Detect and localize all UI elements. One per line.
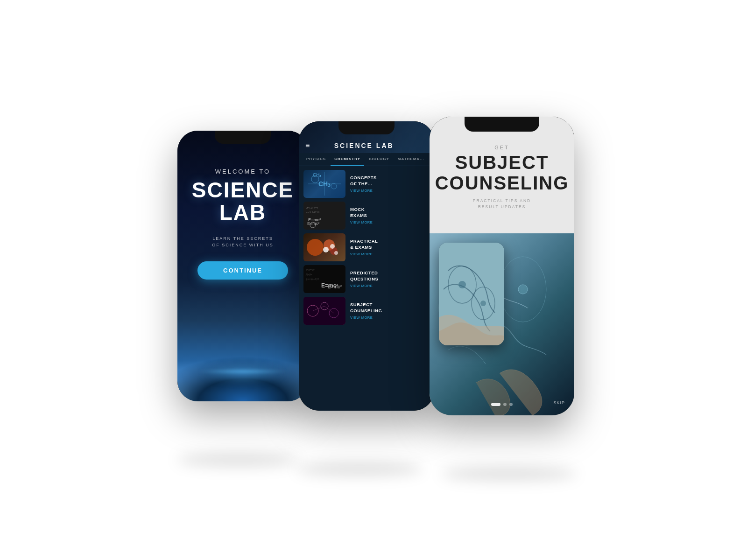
list-item-title: PREDICTEDQUESTIONS [350, 270, 430, 282]
svg-point-36 [480, 301, 486, 306]
svg-text:π=3.14159: π=3.14159 [306, 211, 320, 214]
phone-app-screen: ≡ SCIENCE LAB PHYSICS CHEMISTRY BIOLOGY … [299, 121, 434, 411]
dot-inactive [509, 403, 513, 406]
view-more-link[interactable]: VIEW MORE [350, 315, 430, 320]
list-item-info: MOCKEXAMS VIEW MORE [350, 207, 430, 224]
phone-counseling: GET SUBJECT COUNSELING PRACTICAL TIPS AN… [430, 117, 574, 415]
svg-text:E=mc²: E=mc² [308, 217, 321, 222]
list-item-title: SUBJECTCOUNSELING [350, 302, 430, 314]
svg-point-35 [458, 281, 466, 288]
svg-text:CH₃: CH₃ [313, 173, 321, 178]
welcome-label: WELCOME TO [215, 168, 270, 175]
counseling-image: SKIP [430, 233, 574, 415]
list-item: PRACTICAL& EXAMS VIEW MORE [303, 233, 430, 261]
list-item-title: CONCEPTSOF THE... [350, 175, 430, 187]
list-item-title: PRACTICAL& EXAMS [350, 238, 430, 250]
list-item-info: SUBJECTCOUNSELING VIEW MORE [350, 302, 430, 320]
pagination-dots [491, 403, 513, 406]
svg-point-10 [307, 239, 324, 256]
svg-text:∫f(x)dx: ∫f(x)dx [305, 273, 312, 276]
view-more-link[interactable]: VIEW MORE [350, 252, 430, 256]
phone-shadow-middle [296, 462, 423, 476]
svg-point-14 [330, 244, 335, 249]
svg-rect-5 [303, 202, 345, 230]
content-list: CH₃ CONCEPTSOF THE... VIEW MORE D²+1+4=f [299, 166, 434, 329]
svg-text:∑n=n(n+1)/2: ∑n=n(n+1)/2 [306, 278, 319, 280]
get-label: GET [435, 145, 569, 150]
svg-point-30 [518, 285, 528, 294]
phone-app: ≡ SCIENCE LAB PHYSICS CHEMISTRY BIOLOGY … [299, 121, 434, 411]
phone-shadow-left [177, 453, 299, 467]
tagline: LEARN THE SECRETS OF SCIENCE WITH US [212, 235, 274, 249]
view-more-link[interactable]: VIEW MORE [350, 189, 430, 193]
list-item-info: PRACTICAL& EXAMS VIEW MORE [350, 238, 430, 256]
svg-text:x²+y²=z²: x²+y²=z² [306, 268, 315, 271]
thumbnail-counseling [303, 297, 345, 325]
skip-button[interactable]: SKIP [553, 400, 565, 405]
welcome-content: WELCOME TO SCIENCE LAB LEARN THE SECRETS… [177, 131, 308, 401]
list-item: x²+y²=z² ∫f(x)dx ∑n=n(n+1)/2 E=mc² PREDI… [303, 265, 430, 293]
nested-phone-screen [439, 243, 504, 345]
tab-math[interactable]: MATHEMA... [394, 153, 428, 166]
view-more-link[interactable]: VIEW MORE [350, 284, 430, 288]
phone-shadow-right [441, 467, 577, 481]
svg-point-15 [334, 251, 338, 255]
app-title: SCIENCE LAB [310, 142, 418, 149]
continue-button[interactable]: CONTINUE [197, 261, 288, 280]
app-header: ≡ SCIENCE LAB [299, 121, 434, 153]
tab-chemistry[interactable]: CHEMISTRY [331, 153, 364, 166]
counseling-header: GET SUBJECT COUNSELING PRACTICAL TIPS AN… [430, 117, 574, 219]
list-item-info: PREDICTEDQUESTIONS VIEW MORE [350, 270, 430, 288]
thumbnail-questions: x²+y²=z² ∫f(x)dx ∑n=n(n+1)/2 E=mc² [303, 265, 345, 293]
svg-point-3 [331, 183, 337, 189]
tab-biology[interactable]: BIOLOGY [365, 153, 393, 166]
list-item: D²+1+4=f π=3.14159 E=mc² MOCKEXAMS VIEW … [303, 202, 430, 230]
svg-point-13 [323, 247, 329, 252]
counseling-title: SUBJECT COUNSELING [435, 152, 569, 193]
phones-showcase: WELCOME TO SCIENCE LAB LEARN THE SECRETS… [163, 70, 584, 490]
phone-welcome-screen: WELCOME TO SCIENCE LAB LEARN THE SECRETS… [177, 131, 308, 401]
phone-welcome: WELCOME TO SCIENCE LAB LEARN THE SECRETS… [177, 131, 308, 401]
svg-text:E=mc²: E=mc² [321, 282, 338, 289]
phone-counseling-screen: GET SUBJECT COUNSELING PRACTICAL TIPS AN… [430, 117, 574, 415]
nested-image-svg [439, 243, 504, 345]
thumbnail-chemistry: CH₃ [303, 170, 345, 198]
list-item-title: MOCKEXAMS [350, 207, 430, 218]
list-item: SUBJECTCOUNSELING VIEW MORE [303, 297, 430, 325]
svg-rect-21 [303, 297, 345, 325]
counseling-content: GET SUBJECT COUNSELING PRACTICAL TIPS AN… [430, 117, 574, 415]
thumbnail-mock: D²+1+4=f π=3.14159 E=mc² [303, 202, 345, 230]
counseling-subtitle: PRACTICAL TIPS AND RESULT UPDATES [435, 198, 569, 210]
subject-tabs: PHYSICS CHEMISTRY BIOLOGY MATHEMA... [299, 153, 434, 166]
dot-active [491, 403, 500, 406]
hamburger-icon[interactable]: ≡ [305, 141, 310, 150]
nested-phone [439, 243, 504, 345]
welcome-title: SCIENCE LAB [192, 179, 294, 224]
list-item-info: CONCEPTSOF THE... VIEW MORE [350, 175, 430, 193]
thumbnail-practical [303, 233, 345, 261]
tab-physics[interactable]: PHYSICS [303, 153, 330, 166]
svg-text:D²+1+4=f: D²+1+4=f [306, 206, 318, 209]
view-more-link[interactable]: VIEW MORE [350, 220, 430, 224]
list-item: CH₃ CONCEPTSOF THE... VIEW MORE [303, 170, 430, 198]
dot-inactive [503, 403, 507, 406]
